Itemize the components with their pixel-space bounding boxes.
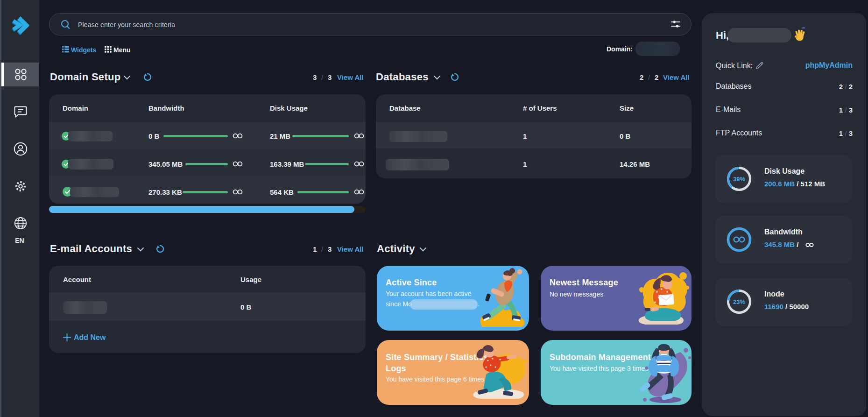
svg-text:23%: 23%: [733, 298, 745, 305]
svg-text:39%: 39%: [733, 176, 745, 183]
